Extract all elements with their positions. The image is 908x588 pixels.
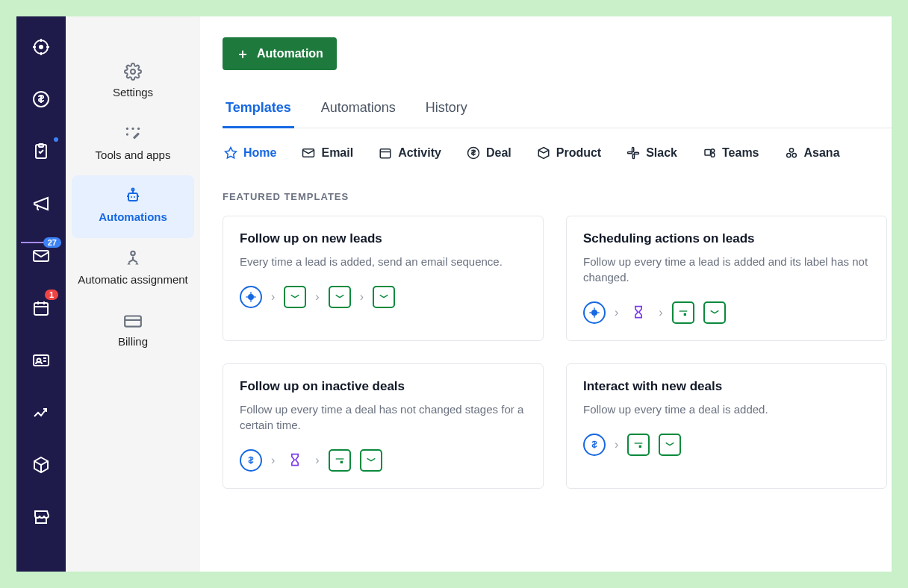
target-icon xyxy=(240,286,262,308)
chevron-icon: › xyxy=(271,290,275,304)
filter-asana[interactable]: Asana xyxy=(783,142,842,164)
card-title: Follow up on inactive deals xyxy=(240,379,526,394)
filter-home[interactable]: Home xyxy=(223,142,278,164)
flow-row: › › xyxy=(240,449,526,472)
nav-insights[interactable] xyxy=(31,403,51,422)
mail-icon xyxy=(284,286,306,308)
flow-row: › › › xyxy=(240,286,526,308)
nav-activities[interactable]: 1 xyxy=(31,298,51,318)
card-desc: Follow up every time a lead is added and… xyxy=(583,254,870,285)
activities-badge: 1 xyxy=(45,290,58,300)
nav-rail: 27 1 xyxy=(16,16,66,572)
svg-rect-59 xyxy=(683,313,685,316)
nav-mail[interactable]: 27 xyxy=(31,246,51,266)
view-tabs: Templates Automations History xyxy=(223,91,892,128)
chevron-icon: › xyxy=(615,438,618,451)
main-content: ＋ Automation Templates Automations Histo… xyxy=(200,16,892,572)
template-card[interactable]: Follow up on inactive deals Follow up ev… xyxy=(223,363,544,489)
template-card[interactable]: Follow up on new leads Every time a lead… xyxy=(223,216,544,341)
calendar-icon xyxy=(627,434,650,456)
svg-rect-42 xyxy=(705,150,711,156)
flow-row: › xyxy=(583,434,870,456)
svg-rect-44 xyxy=(711,153,715,157)
filter-teams[interactable]: Teams xyxy=(701,142,761,164)
filter-email[interactable]: Email xyxy=(300,142,355,164)
sidebar-item-settings[interactable]: Settings xyxy=(66,51,200,113)
card-desc: Follow up every time a deal has not chan… xyxy=(240,401,526,433)
calendar-icon xyxy=(329,449,351,472)
gear-icon xyxy=(124,60,142,84)
svg-rect-35 xyxy=(380,149,391,158)
section-heading: FEATURED TEMPLATES xyxy=(223,191,892,202)
template-card[interactable]: Scheduling actions on leads Follow up ev… xyxy=(566,216,887,341)
svg-point-1 xyxy=(39,45,43,49)
sidebar-label: Automatic assignment xyxy=(78,272,188,287)
nav-projects[interactable] xyxy=(31,142,51,161)
card-icon xyxy=(123,309,143,333)
svg-point-25 xyxy=(131,196,132,198)
card-title: Scheduling actions on leads xyxy=(583,231,870,246)
svg-rect-38 xyxy=(632,148,634,152)
tab-templates[interactable]: Templates xyxy=(223,91,294,128)
card-desc: Follow up every time a deal is added. xyxy=(583,401,870,417)
svg-point-22 xyxy=(137,127,140,129)
nav-deals[interactable] xyxy=(31,90,51,109)
svg-rect-24 xyxy=(128,193,137,201)
nav-marketplace[interactable] xyxy=(31,507,51,527)
svg-point-43 xyxy=(711,149,715,153)
template-grid: Follow up on new leads Every time a lead… xyxy=(223,216,892,489)
svg-rect-39 xyxy=(628,152,632,154)
calendar-icon xyxy=(672,301,694,324)
sidebar-item-assignment[interactable]: Automatic assignment xyxy=(66,238,200,301)
svg-point-21 xyxy=(131,127,134,129)
mail-icon xyxy=(659,434,681,456)
assignment-icon xyxy=(123,247,143,271)
plus-icon: ＋ xyxy=(236,45,249,63)
sidebar-item-billing[interactable]: Billing xyxy=(66,300,200,363)
nav-campaigns[interactable] xyxy=(31,194,51,213)
mail-icon xyxy=(703,301,726,324)
svg-point-47 xyxy=(792,153,796,157)
sidebar-item-automations[interactable]: Automations xyxy=(72,175,194,238)
mail-icon xyxy=(360,449,382,472)
hourglass-icon xyxy=(284,449,306,472)
mail-icon xyxy=(329,286,351,308)
dollar-icon xyxy=(240,449,262,472)
hourglass-icon xyxy=(627,301,650,324)
svg-rect-63 xyxy=(639,445,641,448)
filter-row: Home Email Activity Deal Product Slack xyxy=(223,142,892,172)
svg-point-26 xyxy=(134,196,135,198)
template-card[interactable]: Interact with new deals Follow up every … xyxy=(566,363,887,489)
filter-slack[interactable]: Slack xyxy=(625,142,679,164)
nav-products[interactable] xyxy=(31,455,51,475)
svg-point-46 xyxy=(786,153,790,157)
svg-point-48 xyxy=(249,295,254,300)
chevron-icon: › xyxy=(315,454,319,467)
card-desc: Every time a lead is added, send an emai… xyxy=(240,254,526,269)
sidebar-label: Billing xyxy=(118,334,148,349)
notification-dot xyxy=(54,137,58,142)
svg-point-20 xyxy=(126,127,128,129)
svg-point-28 xyxy=(132,189,134,191)
svg-rect-40 xyxy=(632,154,634,159)
target-icon xyxy=(583,301,606,324)
add-automation-button[interactable]: ＋ Automation xyxy=(223,37,337,70)
flow-row: › › xyxy=(583,301,870,324)
sidebar-item-tools[interactable]: Tools and apps xyxy=(66,113,200,176)
svg-point-19 xyxy=(131,69,135,74)
svg-rect-41 xyxy=(635,152,639,154)
nav-contacts[interactable] xyxy=(31,351,51,370)
card-title: Follow up on new leads xyxy=(240,231,526,246)
svg-rect-32 xyxy=(125,316,141,327)
card-title: Interact with new deals xyxy=(583,379,870,394)
tools-icon xyxy=(123,122,143,146)
tab-automations[interactable]: Automations xyxy=(318,91,399,128)
nav-leads[interactable] xyxy=(31,37,51,57)
filter-activity[interactable]: Activity xyxy=(377,142,443,164)
mail-icon xyxy=(373,286,395,308)
tab-history[interactable]: History xyxy=(423,91,470,128)
filter-product[interactable]: Product xyxy=(535,142,603,164)
filter-deal[interactable]: Deal xyxy=(465,142,513,164)
svg-point-53 xyxy=(592,310,597,316)
sidebar-label: Settings xyxy=(113,85,153,100)
